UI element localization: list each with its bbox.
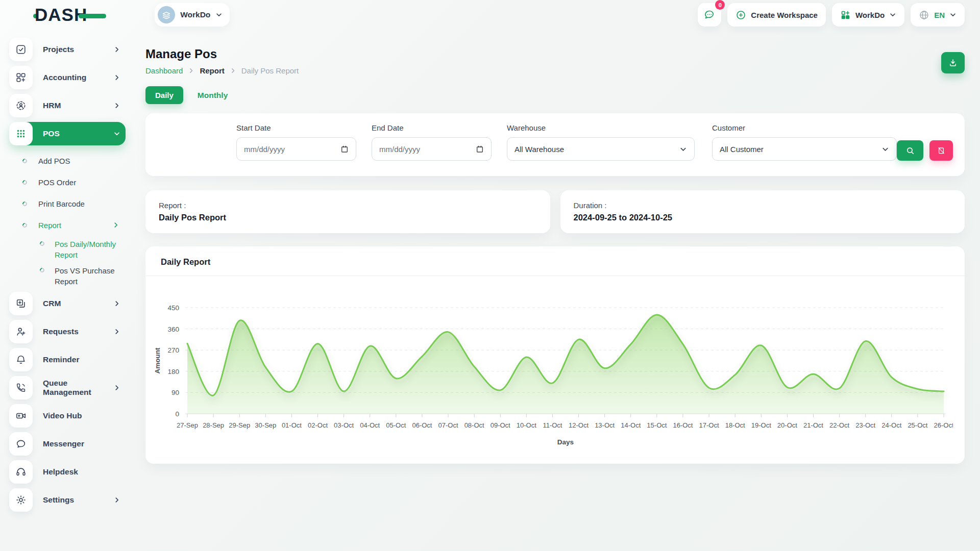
svg-text:27-Sep: 27-Sep	[177, 421, 198, 429]
warehouse-selected-value: All Warehouse	[514, 145, 564, 154]
svg-text:18-Oct: 18-Oct	[725, 421, 745, 429]
sidebar-item-pos[interactable]: POS	[9, 122, 126, 145]
sidebar-subitem-add-pos[interactable]: Add POS	[9, 150, 126, 171]
sidebar-item-video-hub[interactable]: Video Hub	[9, 404, 126, 428]
duration-summary-card: Duration : 2024-09-25 to 2024-10-25	[560, 190, 965, 233]
end-date-input[interactable]: mm/dd/yyyy	[372, 137, 492, 161]
reset-button[interactable]	[929, 140, 953, 161]
chevron-right-icon	[113, 384, 120, 391]
sidebar-subitem-pos-vs-purchase-report[interactable]: Pos VS Purchase Report	[9, 265, 126, 287]
sidebar-item-settings[interactable]: Settings	[9, 488, 126, 512]
grid-plus-icon	[9, 66, 33, 89]
sidebar-item-helpdesk[interactable]: Helpdesk	[9, 460, 126, 484]
create-workspace-button[interactable]: Create Workspace	[727, 3, 826, 27]
language-label: EN	[934, 11, 945, 19]
sidebar-subitem-report[interactable]: Report	[9, 214, 126, 236]
breadcrumb: Dashboard Report Daily Pos Report	[145, 66, 965, 75]
report-mode-tabs: Daily Monthly	[145, 86, 965, 104]
sidebar-subitem-pos-order[interactable]: POS Order	[9, 171, 126, 193]
bullet-icon	[21, 222, 28, 229]
globe-icon	[919, 10, 929, 20]
message-bubble-icon	[9, 432, 33, 456]
bullet-icon	[39, 240, 45, 247]
svg-text:08-Oct: 08-Oct	[464, 421, 484, 429]
svg-text:450: 450	[167, 304, 179, 312]
dash-logo[interactable]: DASH	[33, 5, 106, 25]
reset-icon	[937, 146, 945, 155]
chevron-down-icon	[113, 130, 120, 137]
breadcrumb-dashboard[interactable]: Dashboard	[145, 66, 183, 75]
svg-text:24-Oct: 24-Oct	[881, 421, 901, 429]
svg-text:22-Oct: 22-Oct	[829, 421, 849, 429]
subitem-label: Add POS	[38, 157, 126, 165]
svg-text:17-Oct: 17-Oct	[699, 421, 719, 429]
svg-text:02-Oct: 02-Oct	[308, 421, 328, 429]
sidebar-subitem-print-barcode[interactable]: Print Barcode	[9, 193, 126, 214]
sidebar-item-reminder[interactable]: Reminder	[9, 348, 126, 371]
warehouse-select[interactable]: All Warehouse	[507, 137, 695, 161]
sidebar-item-requests[interactable]: Requests	[9, 320, 126, 343]
customer-select[interactable]: All Customer	[712, 137, 897, 161]
chevron-right-icon	[113, 300, 120, 307]
workspace-switcher[interactable]: WorkDo	[155, 3, 230, 27]
subitem-label: POS Order	[38, 178, 126, 187]
sidebar-item-queue-management[interactable]: Queue Management	[9, 376, 126, 399]
sidebar-item-crm[interactable]: CRM	[9, 292, 126, 315]
svg-text:05-Oct: 05-Oct	[386, 421, 406, 429]
chevron-right-icon	[113, 328, 120, 335]
svg-text:19-Oct: 19-Oct	[751, 421, 771, 429]
sidebar-item-accounting[interactable]: Accounting	[9, 66, 126, 89]
search-button[interactable]	[897, 140, 923, 161]
bullet-icon	[21, 201, 28, 207]
svg-text:04-Oct: 04-Oct	[360, 421, 380, 429]
chevron-right-icon	[113, 46, 120, 53]
sidebar-item-label: Helpdesk	[43, 467, 126, 477]
svg-text:06-Oct: 06-Oct	[412, 421, 432, 429]
svg-text:21-Oct: 21-Oct	[803, 421, 823, 429]
top-header: DASH WorkDo 0 Create Workspace	[0, 0, 980, 30]
sidebar-item-label: Messenger	[43, 439, 126, 448]
tab-daily[interactable]: Daily	[145, 86, 183, 104]
calendar-icon	[476, 145, 484, 153]
calendar-icon	[340, 145, 349, 153]
sidebar-item-hrm[interactable]: HRM	[9, 94, 126, 117]
notification-badge: 0	[715, 0, 725, 10]
sidebar-item-messenger[interactable]: Messenger	[9, 432, 126, 456]
report-label: Report :	[159, 201, 537, 210]
chevron-right-icon	[230, 67, 236, 74]
svg-text:Amount: Amount	[154, 347, 161, 373]
download-button[interactable]	[941, 52, 965, 73]
sidebar-subitem-pos-daily-monthly-report[interactable]: Pos Daily/Monthly Report	[9, 239, 126, 260]
svg-text:28-Sep: 28-Sep	[203, 421, 224, 429]
subitem-label: Print Barcode	[38, 199, 126, 208]
chevron-down-icon	[889, 11, 896, 18]
sidebar-item-projects[interactable]: Projects	[9, 38, 126, 61]
start-date-input[interactable]: mm/dd/yyyy	[236, 137, 356, 161]
chevron-right-icon	[113, 496, 120, 504]
svg-text:16-Oct: 16-Oct	[673, 421, 693, 429]
video-camera-icon	[9, 404, 33, 428]
language-selector[interactable]: EN	[911, 3, 965, 27]
tab-monthly[interactable]: Monthly	[198, 91, 228, 100]
svg-text:180: 180	[167, 368, 179, 375]
svg-text:20-Oct: 20-Oct	[777, 421, 797, 429]
area-chart-svg: 09018027036045027-Sep28-Sep29-Sep30-Sep0…	[152, 296, 953, 449]
main-content: Manage Pos Dashboard Report Daily Pos Re…	[145, 30, 965, 551]
svg-text:90: 90	[172, 389, 179, 396]
bell-icon	[9, 348, 33, 371]
sidebar-item-label: HRM	[43, 101, 113, 110]
workdo-menu-button[interactable]: WorkDo	[832, 3, 904, 27]
chat-icon	[703, 9, 716, 21]
breadcrumb-report[interactable]: Report	[200, 66, 224, 75]
sidebar-item-label: Reminder	[43, 355, 126, 364]
user-plus-icon	[9, 320, 33, 343]
chat-button[interactable]: 0	[698, 3, 721, 27]
building-icon	[158, 6, 175, 23]
workdo-menu-label: WorkDo	[855, 11, 885, 19]
sidebar-item-label: Requests	[43, 327, 113, 336]
svg-text:360: 360	[167, 325, 179, 333]
start-date-label: Start Date	[236, 123, 356, 132]
svg-text:09-Oct: 09-Oct	[491, 421, 510, 429]
svg-text:12-Oct: 12-Oct	[569, 421, 589, 429]
chevron-down-icon	[215, 11, 223, 18]
